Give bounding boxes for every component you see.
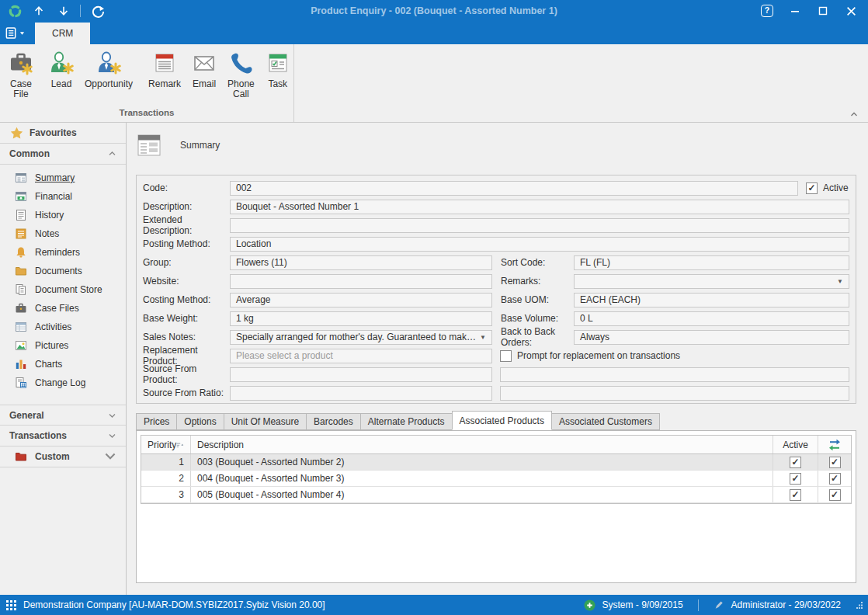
- ribbon-collapse-button[interactable]: [848, 109, 860, 120]
- source-from-ratio-field-2[interactable]: [500, 386, 849, 401]
- sidebar-item-document-store[interactable]: Document Store: [0, 280, 126, 299]
- app-window: Product Enquiry - 002 (Bouquet - Assorte…: [0, 0, 868, 615]
- group-field[interactable]: Flowers (11): [230, 255, 492, 270]
- costing-method-field[interactable]: Average: [230, 293, 492, 308]
- sidebar-section-transactions[interactable]: Transactions: [0, 426, 126, 446]
- source-from-product-field-2[interactable]: [500, 367, 849, 382]
- form-row-extended-description: Extended Description:: [143, 216, 849, 235]
- remarks-field[interactable]: ▼: [574, 274, 849, 289]
- column-header-active[interactable]: Active: [773, 436, 818, 453]
- tab-alternate-products[interactable]: Alternate Products: [360, 413, 453, 430]
- sidebar-item-case-files[interactable]: Case Files: [0, 299, 126, 318]
- column-header-linked[interactable]: [818, 436, 851, 453]
- posting-method-field[interactable]: Location: [230, 237, 849, 252]
- main-area: Favourites Common Summary Financial Hist…: [0, 123, 868, 595]
- base-volume-field[interactable]: 0 L: [574, 311, 849, 326]
- sidebar-item-documents[interactable]: Documents: [0, 262, 126, 280]
- close-button[interactable]: [837, 1, 865, 21]
- app-menu-button[interactable]: [0, 22, 30, 44]
- replacement-product-field[interactable]: Please select a product: [230, 349, 492, 363]
- base-uom-field[interactable]: EACH (EACH): [574, 293, 849, 308]
- sort-ascending-icon: [176, 440, 184, 450]
- sidebar-item-charts[interactable]: Charts: [0, 355, 126, 374]
- ribbon-tab-crm[interactable]: CRM: [35, 23, 90, 44]
- dropdown-arrow-icon[interactable]: ▼: [837, 278, 843, 285]
- dropdown-arrow-icon[interactable]: ▼: [480, 334, 486, 341]
- row-linked-checkbox[interactable]: [829, 473, 841, 485]
- tab-options[interactable]: Options: [176, 413, 224, 430]
- resize-grip[interactable]: [856, 601, 863, 609]
- sidebar-section-common[interactable]: Common: [0, 144, 126, 165]
- row-active-checkbox[interactable]: [790, 457, 801, 468]
- prompt-replacement-checkbox[interactable]: [500, 350, 512, 362]
- opportunity-button[interactable]: Opportunity: [79, 47, 138, 108]
- tab-associated-customers[interactable]: Associated Customers: [551, 413, 660, 430]
- sidebar-item-label: Change Log: [35, 377, 85, 388]
- maximize-button[interactable]: [809, 1, 837, 21]
- row-linked-checkbox[interactable]: [829, 489, 841, 501]
- column-header-description[interactable]: Description: [191, 436, 773, 453]
- code-field[interactable]: 002: [230, 181, 798, 196]
- tab-barcodes[interactable]: Barcodes: [306, 413, 361, 430]
- help-button[interactable]: ?: [753, 1, 781, 21]
- transactions-label: Transactions: [9, 430, 67, 441]
- remark-label: Remark: [148, 79, 181, 89]
- form-row-sales-notes: Sales Notes: Specially arranged for moth…: [143, 328, 849, 346]
- column-header-priority[interactable]: Priority: [141, 436, 191, 453]
- task-button[interactable]: Task: [260, 47, 296, 108]
- website-field[interactable]: [230, 274, 492, 289]
- remark-button[interactable]: Remark: [143, 47, 186, 108]
- sidebar-item-pictures[interactable]: Pictures: [0, 336, 126, 355]
- lead-button[interactable]: Lead: [43, 47, 79, 108]
- active-cell: [773, 487, 818, 502]
- grid-row[interactable]: 3 005 (Bouquet - Assorted Number 4): [141, 487, 851, 503]
- source-from-ratio-field[interactable]: [230, 386, 492, 401]
- sidebar-item-label: Pictures: [35, 340, 68, 351]
- lead-label: Lead: [51, 79, 72, 89]
- sidebar-section-general[interactable]: General: [0, 405, 126, 426]
- sidebar-item-notes[interactable]: Notes: [0, 224, 126, 243]
- minimize-button[interactable]: [781, 1, 809, 21]
- sidebar-item-change-log[interactable]: Change Log: [0, 374, 126, 392]
- source-from-product-field[interactable]: [230, 367, 492, 382]
- sales-notes-field[interactable]: Specially arranged for mother's day. Gua…: [230, 330, 492, 345]
- sidebar-favourites[interactable]: Favourites: [0, 123, 126, 144]
- active-checkbox-wrap: Active: [806, 182, 849, 194]
- grid-row[interactable]: 2 004 (Bouquet - Assorted Number 3): [141, 471, 851, 487]
- description-field[interactable]: Bouquet - Assorted Number 1: [230, 200, 849, 214]
- base-weight-field[interactable]: 1 kg: [230, 311, 492, 326]
- base-uom-label: Base UOM:: [492, 294, 574, 305]
- row-active-checkbox[interactable]: [790, 473, 801, 485]
- case-file-button[interactable]: Case File: [3, 47, 39, 108]
- email-button[interactable]: Email: [186, 47, 222, 108]
- tab-unit-of-measure[interactable]: Unit Of Measure: [224, 413, 307, 430]
- tab-associated-products[interactable]: Associated Products: [452, 411, 552, 430]
- sidebar-item-summary[interactable]: Summary: [0, 169, 126, 187]
- sidebar-item-history[interactable]: History: [0, 206, 126, 224]
- sidebar-item-reminders[interactable]: Reminders: [0, 243, 126, 262]
- source-from-product-label: Source From Product:: [143, 363, 230, 385]
- statusbar-system: System - 9/09/2015: [602, 599, 683, 610]
- form-row-source-from-product: Source From Product:: [143, 365, 849, 384]
- phone-call-button[interactable]: Phone Call: [222, 47, 260, 108]
- tab-prices[interactable]: Prices: [136, 413, 177, 430]
- history-icon: [15, 209, 27, 221]
- remarks-label: Remarks:: [492, 276, 574, 287]
- back-to-back-orders-field[interactable]: Always: [574, 330, 849, 345]
- costing-method-label: Costing Method:: [143, 294, 230, 305]
- sidebar-section-custom[interactable]: Custom: [0, 446, 126, 467]
- sort-code-field[interactable]: FL (FL): [574, 255, 849, 270]
- ribbon-group-transactions: Case File Lead: [0, 44, 294, 122]
- favourites-label: Favourites: [30, 127, 77, 138]
- grid-row[interactable]: 1 003 (Bouquet - Assorted Number 2): [141, 454, 851, 471]
- extended-description-field[interactable]: [230, 218, 849, 233]
- extended-description-label: Extended Description:: [143, 214, 230, 236]
- row-active-checkbox[interactable]: [790, 489, 801, 501]
- swap-arrows-icon: [828, 438, 842, 452]
- sidebar-item-label: Summary: [35, 172, 75, 183]
- sidebar-item-activities[interactable]: Activities: [0, 318, 126, 336]
- sidebar-item-financial[interactable]: Financial: [0, 187, 126, 206]
- phone-call-icon: [228, 50, 253, 75]
- row-linked-checkbox[interactable]: [829, 457, 841, 468]
- active-checkbox[interactable]: [806, 182, 818, 194]
